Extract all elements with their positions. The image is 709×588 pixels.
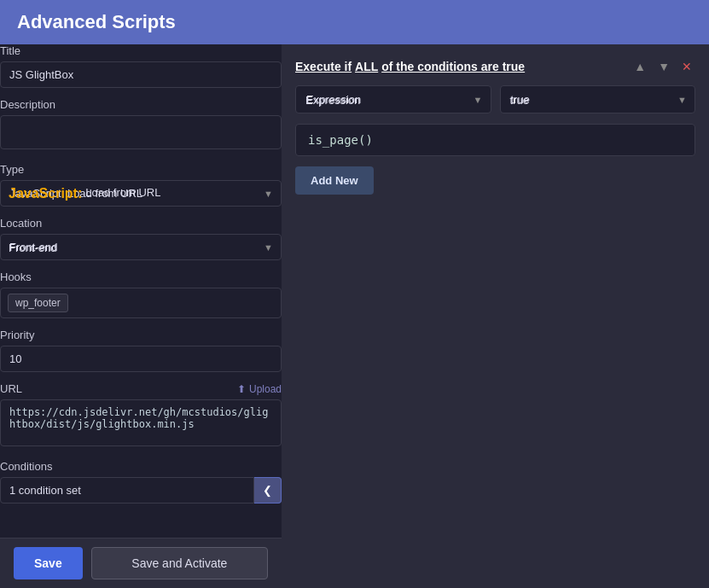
type-field: Type JavaScript: Load from URL JavaScrip… bbox=[0, 163, 282, 207]
type-label: Type bbox=[0, 163, 282, 176]
expression-code: is_page() bbox=[308, 133, 373, 147]
bottom-buttons: Save Save and Activate bbox=[0, 538, 282, 588]
left-panel-inner: Title Description Type JavaScript: Load … bbox=[0, 44, 282, 588]
conditions-arrow-button[interactable]: ❮ bbox=[254, 477, 282, 504]
location-label: Location bbox=[0, 217, 282, 230]
location-select[interactable]: Front-end Back-end bbox=[0, 234, 282, 260]
true-select[interactable]: true false bbox=[500, 85, 696, 114]
description-input[interactable] bbox=[0, 115, 282, 149]
delete-condition-button[interactable]: ✕ bbox=[678, 58, 695, 75]
location-select-wrapper: Front-end Back-end Front-end ▼ bbox=[0, 234, 282, 260]
priority-input[interactable] bbox=[0, 346, 282, 372]
execute-prefix: Execute if bbox=[295, 60, 352, 73]
execute-suffix: of the conditions are true bbox=[381, 60, 525, 73]
move-down-button[interactable]: ▼ bbox=[654, 58, 673, 75]
conditions-row: ❮ bbox=[0, 477, 282, 504]
conditions-field: Conditions ❮ bbox=[0, 460, 282, 504]
description-field: Description bbox=[0, 98, 282, 153]
conditions-controls: ▲ ▼ ✕ bbox=[631, 58, 695, 75]
right-panel: Execute if ALL of the conditions are tru… bbox=[282, 44, 709, 588]
expression-select-wrapper: Expression Function Expression ▼ bbox=[295, 85, 491, 114]
priority-field: Priority bbox=[0, 329, 282, 372]
conditions-selects: Expression Function Expression ▼ true fa… bbox=[295, 85, 695, 114]
hooks-field: Hooks wp_footer bbox=[0, 271, 282, 318]
description-label: Description bbox=[0, 98, 282, 111]
left-panel: Title Description Type JavaScript: Load … bbox=[0, 44, 282, 588]
app-header: Advanced Scripts bbox=[0, 0, 709, 44]
hook-tag: wp_footer bbox=[8, 294, 68, 312]
app-title: Advanced Scripts bbox=[17, 11, 176, 33]
url-header: URL ⬆ Upload bbox=[0, 382, 282, 395]
priority-label: Priority bbox=[0, 329, 282, 341]
move-up-button[interactable]: ▲ bbox=[631, 58, 649, 75]
url-input[interactable]: https://cdn.jsdelivr.net/gh/mcstudios/gl… bbox=[0, 399, 282, 446]
title-input[interactable] bbox=[0, 61, 282, 88]
upload-label: Upload bbox=[249, 383, 282, 395]
url-field: URL ⬆ Upload https://cdn.jsdelivr.net/gh… bbox=[0, 382, 282, 450]
title-label: Title bbox=[0, 44, 282, 57]
upload-icon: ⬆ bbox=[237, 383, 246, 395]
upload-button[interactable]: ⬆ Upload bbox=[237, 383, 282, 395]
add-new-button[interactable]: Add New bbox=[295, 166, 374, 195]
type-select-wrapper: JavaScript: Load from URL JavaScript: In… bbox=[0, 180, 282, 207]
hooks-label: Hooks bbox=[0, 271, 282, 283]
url-label: URL bbox=[0, 382, 22, 395]
execute-all: ALL bbox=[355, 60, 378, 73]
expression-value-row: is_page() bbox=[295, 124, 695, 156]
save-button[interactable]: Save bbox=[14, 547, 83, 579]
conditions-input[interactable] bbox=[0, 477, 254, 504]
execute-conditions-title: Execute if ALL of the conditions are tru… bbox=[295, 60, 525, 73]
conditions-label: Conditions bbox=[0, 460, 282, 473]
expression-select[interactable]: Expression Function bbox=[295, 85, 491, 114]
true-select-wrapper: true false true ▼ bbox=[500, 85, 696, 114]
conditions-header: Execute if ALL of the conditions are tru… bbox=[295, 58, 695, 75]
hooks-container[interactable]: wp_footer bbox=[0, 288, 282, 318]
save-activate-button[interactable]: Save and Activate bbox=[91, 547, 268, 579]
location-field: Location Front-end Back-end Front-end ▼ bbox=[0, 217, 282, 260]
main-content: Title Description Type JavaScript: Load … bbox=[0, 44, 709, 588]
type-select[interactable]: JavaScript: Load from URL JavaScript: In… bbox=[0, 180, 282, 207]
title-field: Title bbox=[0, 44, 282, 88]
